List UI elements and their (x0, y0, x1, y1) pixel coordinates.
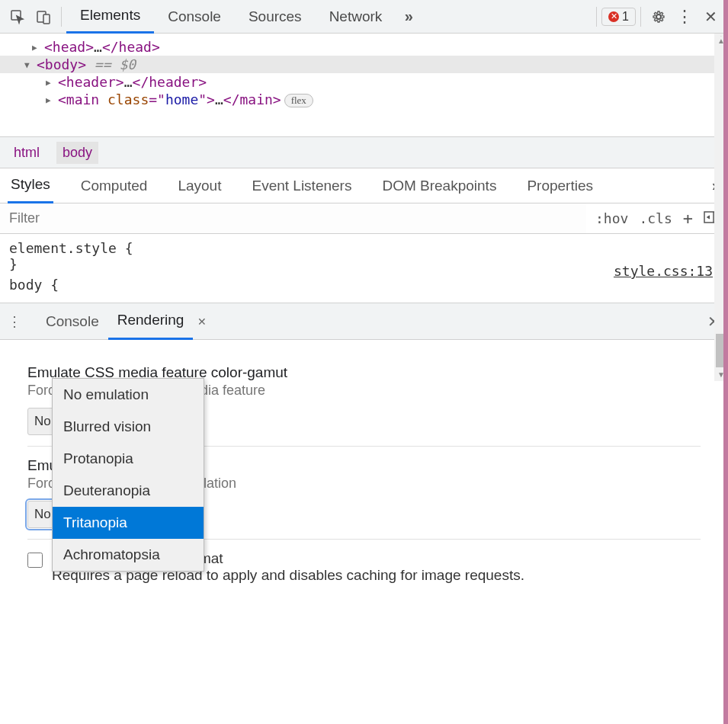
subtab-event-listeners[interactable]: Event Listeners (249, 168, 354, 203)
vision-deficiency-dropdown[interactable]: No emulation Blurred vision Protanopia D… (52, 378, 204, 572)
settings-gear-icon[interactable] (646, 4, 672, 30)
dom-node-header[interactable]: ▶<header>…</header> (0, 73, 728, 91)
tab-console[interactable]: Console (154, 0, 235, 34)
device-toggle-icon[interactable] (30, 4, 56, 30)
drawer-tab-rendering[interactable]: Rendering (108, 303, 194, 340)
breadcrumb: html body (0, 136, 728, 168)
tab-elements[interactable]: Elements (66, 0, 154, 34)
crumb-body[interactable]: body (56, 142, 98, 164)
tab-sources[interactable]: Sources (235, 0, 316, 34)
element-style-rule[interactable]: element.style {} (9, 240, 719, 272)
disable-avif-checkbox[interactable] (27, 553, 43, 568)
svg-rect-2 (43, 14, 50, 24)
window-edge (723, 0, 728, 724)
separator (640, 7, 641, 27)
kebab-menu-icon[interactable]: ⋮ (672, 4, 698, 30)
more-tabs-icon[interactable]: » (396, 4, 422, 30)
styles-tabs: Styles Computed Layout Event Listeners D… (0, 168, 728, 203)
separator (596, 7, 597, 27)
devtools-topbar: Elements Console Sources Network » ✕1 ⋮ … (0, 0, 728, 34)
option-blurred-vision[interactable]: Blurred vision (53, 411, 204, 443)
cls-toggle[interactable]: .cls (639, 210, 672, 226)
styles-filter-bar: :hov .cls + (0, 203, 728, 234)
styles-pane[interactable]: element.style {} body { style.css:13 (0, 234, 728, 303)
option-no-emulation[interactable]: No emulation (53, 379, 204, 411)
subtab-layout[interactable]: Layout (175, 168, 224, 203)
hov-toggle[interactable]: :hov (595, 210, 628, 226)
option-protanopia[interactable]: Protanopia (53, 443, 204, 475)
style-source-link[interactable]: style.css:13 (614, 263, 713, 279)
new-style-rule-icon[interactable]: + (683, 209, 693, 228)
dom-node-head[interactable]: ▶<head>…</head> (0, 38, 728, 56)
close-tab-icon[interactable]: ✕ (197, 316, 207, 328)
error-dot-icon: ✕ (608, 11, 619, 22)
close-devtools-icon[interactable]: ✕ (698, 4, 723, 30)
elements-dom-tree[interactable]: ⋯ ▶<head>…</head> ▼<body> == $0 ▶<header… (0, 34, 728, 136)
drawer-menu-icon[interactable]: ⋮ (8, 313, 23, 330)
option-deuteranopia[interactable]: Deuteranopia (53, 475, 204, 507)
drawer-tabbar: ⋮ Console Rendering ✕ ✕ (0, 303, 728, 340)
drawer-tab-console[interactable]: Console (37, 303, 108, 340)
subtab-computed[interactable]: Computed (78, 168, 151, 203)
error-counter[interactable]: ✕1 (601, 8, 636, 26)
option-tritanopia[interactable]: Tritanopia (53, 507, 204, 539)
body-rule[interactable]: body { (9, 277, 719, 293)
flex-badge[interactable]: flex (284, 94, 313, 107)
error-count: 1 (622, 10, 629, 24)
dom-node-body[interactable]: ▼<body> == $0 (0, 56, 728, 73)
subtab-styles[interactable]: Styles (8, 168, 53, 203)
styles-filter-input[interactable] (0, 203, 586, 233)
inspect-element-icon[interactable] (5, 4, 30, 30)
subtab-properties[interactable]: Properties (524, 168, 596, 203)
option-achromatopsia[interactable]: Achromatopsia (53, 539, 204, 571)
tab-network[interactable]: Network (316, 0, 396, 34)
subtab-dom-breakpoints[interactable]: DOM Breakpoints (379, 168, 499, 203)
dom-node-main[interactable]: ▶<main class="home">…</main>flex (0, 91, 728, 108)
separator (61, 7, 62, 27)
crumb-html[interactable]: html (8, 142, 46, 164)
